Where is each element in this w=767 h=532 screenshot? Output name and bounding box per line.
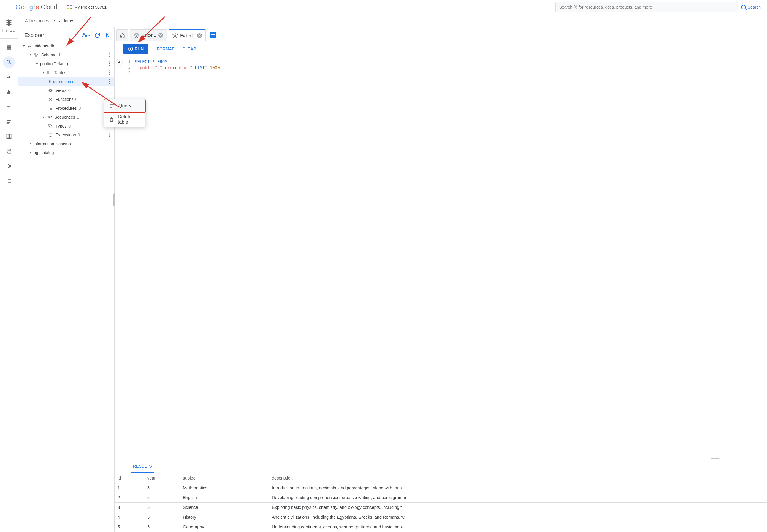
table-row[interactable]: 55GeographyUnderstanding continents, oce…	[114, 522, 767, 532]
svg-rect-3	[7, 134, 11, 139]
service-icon[interactable]	[5, 18, 13, 27]
kebab-icon[interactable]	[107, 52, 112, 58]
editor-panel: Editor 1 Editor 2 RUN FORMAT	[114, 27, 767, 532]
svg-rect-10	[37, 53, 38, 54]
table-row[interactable]: 45HistoryAncient civilizations, includin…	[114, 512, 767, 522]
table-row[interactable]: 35ScienceExploring basic physics, chemis…	[114, 503, 767, 512]
manage-users-button[interactable]: ▾	[81, 32, 90, 39]
col-subject[interactable]: subject	[180, 473, 269, 483]
service-label: Prima…	[0, 28, 17, 33]
svg-text:123: 123	[47, 116, 52, 119]
tree-sequences[interactable]: 123 Sequences 1	[18, 113, 114, 122]
tree-extensions[interactable]: Extensions 0	[18, 130, 114, 139]
tab-home[interactable]	[116, 29, 128, 41]
service-rail: Prima…	[0, 14, 18, 532]
home-icon	[120, 33, 125, 38]
breadcrumb: All instances › aidemy	[18, 14, 767, 27]
tree-types[interactable]: Types 0	[18, 122, 114, 130]
layers-icon	[134, 33, 139, 38]
ctx-query[interactable]: Query	[104, 99, 146, 113]
close-icon[interactable]	[197, 33, 202, 38]
project-dots-icon	[67, 5, 72, 9]
project-selector[interactable]: My Project 58761	[63, 2, 111, 12]
editor-tabs: Editor 1 Editor 2	[114, 27, 767, 41]
search-wrap: Search	[555, 2, 764, 12]
run-button[interactable]: RUN	[123, 44, 148, 54]
tree-functions[interactable]: Functions 0	[18, 95, 114, 104]
collapse-panel-button[interactable]	[105, 32, 111, 39]
svg-point-6	[83, 33, 85, 35]
tab-editor-1[interactable]: Editor 1	[130, 29, 167, 41]
search-icon	[741, 5, 746, 9]
tree-public[interactable]: public (Default)	[18, 59, 114, 68]
sql-editor[interactable]: 123 SELECT * FROM "public"."curriculums"…	[114, 57, 767, 456]
table-icon	[47, 70, 52, 75]
tag-icon	[48, 124, 53, 128]
layers-icon	[172, 33, 178, 38]
kebab-icon[interactable]	[107, 61, 112, 66]
sigma-icon	[48, 97, 53, 102]
rail-grid-icon[interactable]	[3, 130, 15, 142]
results-tab[interactable]: RESULTS	[131, 460, 154, 473]
svg-point-2	[9, 120, 10, 121]
close-icon[interactable]	[158, 33, 163, 38]
ctx-delete[interactable]: Delete table	[104, 112, 145, 127]
rail-overview-icon[interactable]	[3, 42, 15, 53]
explorer-panel: Explorer ▾	[18, 27, 114, 532]
kebab-icon[interactable]	[107, 70, 112, 75]
tree-procedures[interactable]: Procedures 0	[18, 104, 114, 113]
tree-database[interactable]: aidemy-db	[18, 42, 114, 50]
table-row[interactable]: 25EnglishDeveloping reading comprehensio…	[114, 493, 767, 503]
sequence-icon: 123	[47, 115, 52, 120]
breadcrumb-root[interactable]: All instances	[25, 18, 49, 23]
col-description[interactable]: description	[269, 473, 767, 483]
svg-rect-11	[36, 55, 37, 57]
tree-information-schema[interactable]: information_schema	[18, 139, 114, 148]
explorer-title: Explorer	[24, 32, 44, 39]
tab-editor-2[interactable]: Editor 2	[168, 29, 206, 41]
kebab-icon[interactable]	[107, 132, 112, 138]
chevron-right-icon: ›	[53, 17, 55, 24]
tree-pg-catalog[interactable]: pg_catalog	[18, 148, 114, 157]
rail-query-icon[interactable]	[3, 56, 15, 68]
tree-schema[interactable]: Schema 1	[18, 50, 114, 59]
eye-icon	[48, 88, 53, 93]
database-icon	[27, 44, 32, 48]
tree-table-curriculums[interactable]: curriculums	[18, 77, 114, 86]
rail-users-icon[interactable]	[3, 116, 15, 128]
nav-menu-button[interactable]	[3, 4, 10, 11]
col-id[interactable]: id	[114, 473, 144, 483]
rail-import-icon[interactable]	[3, 101, 15, 113]
svg-point-7	[85, 35, 87, 37]
svg-rect-5	[8, 150, 11, 153]
add-tab-button[interactable]	[210, 32, 216, 38]
svg-rect-12	[47, 71, 51, 74]
svg-rect-9	[34, 53, 36, 54]
results-resize-handle[interactable]	[114, 456, 767, 460]
table-row[interactable]: 15MathematicsIntroduction to fractions, …	[114, 483, 767, 493]
puzzle-icon	[48, 133, 53, 137]
rail-analytics-icon[interactable]	[3, 86, 15, 98]
project-name: My Project 58761	[74, 5, 106, 9]
top-bar: Google Cloud My Project 58761 Search	[0, 0, 767, 14]
rail-backup-icon[interactable]	[3, 145, 15, 157]
kebab-icon[interactable]	[107, 79, 112, 84]
clear-button[interactable]: CLEAR	[182, 47, 196, 51]
search-button[interactable]: Search	[738, 2, 764, 12]
google-cloud-logo[interactable]: Google Cloud	[15, 3, 57, 11]
rail-monitor-icon[interactable]	[3, 71, 15, 83]
search-input[interactable]	[555, 2, 738, 12]
rail-tree-icon[interactable]	[3, 160, 15, 172]
schema-icon	[34, 52, 39, 57]
tree-tables[interactable]: Tables 1	[18, 68, 114, 77]
rail-list-icon[interactable]	[3, 175, 15, 187]
svg-point-0	[7, 60, 10, 63]
format-button[interactable]: FORMAT	[157, 47, 174, 51]
col-year[interactable]: year	[144, 473, 180, 483]
tree-views[interactable]: Views 0	[18, 86, 114, 95]
results-tabs: RESULTS	[114, 460, 767, 473]
refresh-button[interactable]	[94, 32, 101, 39]
breadcrumb-leaf: aidemy	[59, 18, 73, 23]
ai-suggest-icon[interactable]	[116, 59, 123, 66]
explorer-tree: aidemy-db Schema 1 public (Default)	[18, 42, 114, 532]
